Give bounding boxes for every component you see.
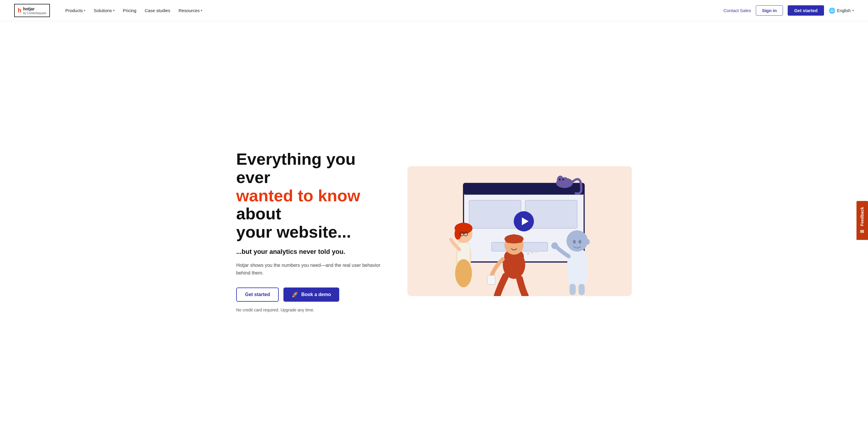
navbar: h hotjar by Contentsquare Products ▾ Sol…: [0, 0, 868, 21]
nav-resources[interactable]: Resources ▾: [175, 6, 206, 15]
svg-rect-29: [488, 275, 495, 284]
svg-point-33: [579, 240, 582, 244]
nav-case-studies[interactable]: Case studies: [141, 6, 174, 15]
svg-point-11: [559, 179, 561, 180]
rocket-icon: 🚀: [292, 291, 298, 298]
svg-rect-37: [579, 284, 585, 295]
logo[interactable]: h hotjar by Contentsquare: [14, 4, 50, 17]
hero-subtitle: ...but your analytics never told you.: [236, 248, 390, 256]
svg-point-38: [527, 252, 530, 255]
logo-brand: hotjar: [23, 6, 35, 11]
svg-point-40: [535, 250, 538, 253]
hero-buttons: Get started 🚀 Book a demo: [236, 287, 390, 302]
hero-body: Hotjar shows you the numbers you need—an…: [236, 261, 390, 277]
sign-in-button[interactable]: Sign in: [756, 5, 783, 15]
get-started-nav-button[interactable]: Get started: [788, 5, 824, 15]
svg-point-17: [455, 228, 461, 240]
svg-rect-2: [469, 200, 521, 228]
logo-sub: by Contentsquare: [23, 11, 46, 15]
globe-icon: 🌐: [829, 7, 835, 14]
hero-illustration: [407, 166, 632, 296]
feedback-tab[interactable]: ✉ Feedback: [857, 201, 868, 240]
feedback-icon: ✉: [860, 228, 865, 234]
svg-point-39: [531, 251, 534, 254]
hero-section: Everything you ever wanted to know about…: [0, 21, 868, 441]
nav-right: Contact Sales Sign in Get started 🌐 Engl…: [723, 5, 854, 15]
svg-point-31: [566, 230, 588, 251]
svg-rect-30: [567, 249, 587, 286]
chevron-down-icon: ▾: [113, 9, 115, 12]
nav-pricing[interactable]: Pricing: [119, 6, 140, 15]
svg-point-28: [516, 236, 523, 243]
get-started-hero-button[interactable]: Get started: [236, 287, 279, 302]
chevron-down-icon: ▾: [201, 9, 202, 12]
hero-text: Everything you ever wanted to know about…: [236, 150, 390, 312]
svg-point-12: [562, 179, 564, 180]
book-demo-button[interactable]: 🚀 Book a demo: [283, 287, 339, 302]
nav-solutions[interactable]: Solutions ▾: [90, 6, 118, 15]
svg-point-35: [551, 242, 558, 249]
svg-point-32: [573, 240, 576, 244]
chevron-down-icon: ▾: [852, 9, 854, 12]
hero-note: No credit card required. Upgrade any tim…: [236, 308, 390, 312]
contact-sales-button[interactable]: Contact Sales: [723, 8, 751, 13]
svg-point-21: [455, 259, 472, 287]
svg-point-34: [586, 239, 590, 245]
nav-products[interactable]: Products ▾: [62, 6, 89, 15]
language-selector[interactable]: 🌐 English ▾: [829, 7, 854, 14]
nav-links: Products ▾ Solutions ▾ Pricing Case stud…: [62, 6, 723, 15]
hero-title: Everything you ever wanted to know about…: [236, 150, 390, 241]
logo-h-icon: h: [18, 7, 21, 14]
chevron-down-icon: ▾: [84, 9, 85, 12]
svg-rect-36: [569, 284, 576, 295]
